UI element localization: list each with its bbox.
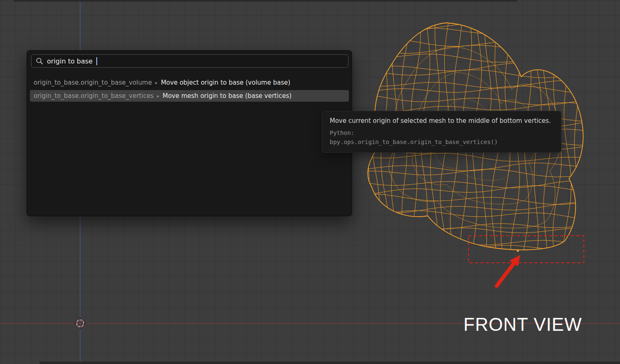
result-command: origin_to_base.origin_to_base_volume	[34, 79, 152, 86]
tooltip-python-label: Python:	[330, 128, 554, 137]
result-arrow-icon: ▸	[157, 93, 159, 99]
result-label: Move mesh origin to base (base vertices)	[162, 92, 292, 100]
blender-3d-viewport[interactable]: FRONT VIEW origin to base origin_to_base…	[0, 0, 620, 364]
search-query-text: origin to base	[47, 57, 93, 65]
annotation-overlay	[468, 236, 584, 286]
text-cursor	[96, 57, 97, 65]
tooltip-description: Move current origin of selected mesh to …	[330, 116, 554, 125]
operator-search-popup: origin to base origin_to_base.origin_to_…	[27, 50, 352, 216]
tooltip-python-code: bpy.ops.origin_to_base.origin_to_base_ve…	[330, 137, 554, 147]
search-results-list: origin_to_base.origin_to_base_volume ▸ M…	[30, 77, 349, 103]
result-label: Move object origin to base (volume base)	[161, 79, 290, 86]
search-result-vertices[interactable]: origin_to_base.origin_to_base_vertices ▸…	[30, 90, 349, 102]
search-icon	[36, 57, 43, 65]
result-command: origin_to_base.origin_to_base_vertices	[34, 92, 154, 100]
front-view-annotation: FRONT VIEW	[463, 314, 582, 335]
search-result-volume[interactable]: origin_to_base.origin_to_base_volume ▸ M…	[30, 77, 349, 88]
3d-cursor	[74, 318, 86, 329]
operator-tooltip: Move current origin of selected mesh to …	[322, 111, 561, 153]
result-arrow-icon: ▸	[155, 80, 158, 86]
search-input[interactable]: origin to base	[31, 54, 348, 68]
